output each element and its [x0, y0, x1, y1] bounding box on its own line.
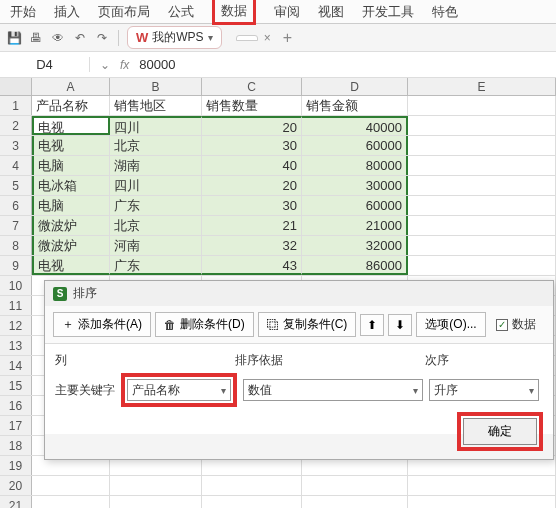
close-tab-icon[interactable]: × — [264, 31, 271, 45]
cell[interactable]: 电视 — [32, 256, 110, 275]
sort-basis-combo[interactable]: 数值 ▾ — [243, 379, 423, 401]
cell[interactable]: 四川 — [110, 116, 202, 135]
fx-icon[interactable]: fx — [120, 58, 129, 72]
cell[interactable] — [202, 476, 302, 495]
tab-special[interactable]: 特色 — [432, 3, 458, 21]
cell[interactable]: 30000 — [302, 176, 408, 195]
cell[interactable]: 北京 — [110, 136, 202, 155]
cell[interactable]: 32000 — [302, 236, 408, 255]
sort-column-combo[interactable]: 产品名称 ▾ — [127, 379, 231, 401]
formula-input[interactable]: 80000 — [139, 57, 175, 72]
cell[interactable]: 43 — [202, 256, 302, 275]
cell[interactable] — [408, 196, 556, 215]
col-header-d[interactable]: D — [302, 78, 408, 95]
cell[interactable]: 电脑 — [32, 196, 110, 215]
options-button[interactable]: 选项(O)... — [416, 312, 485, 337]
row-header[interactable]: 6 — [0, 196, 32, 215]
cell[interactable] — [408, 216, 556, 235]
cell[interactable] — [32, 476, 110, 495]
cell[interactable] — [408, 236, 556, 255]
preview-icon[interactable]: 👁 — [50, 30, 66, 46]
row-header[interactable]: 1 — [0, 96, 32, 115]
cell[interactable] — [302, 496, 408, 508]
cell[interactable]: 销售数量 — [202, 96, 302, 115]
cell[interactable]: 电脑 — [32, 156, 110, 175]
col-header-c[interactable]: C — [202, 78, 302, 95]
cell[interactable]: 电视 — [32, 116, 110, 135]
cell[interactable] — [110, 496, 202, 508]
cell[interactable]: 电冰箱 — [32, 176, 110, 195]
cell[interactable]: 湖南 — [110, 156, 202, 175]
cell[interactable]: 广东 — [110, 256, 202, 275]
col-header-e[interactable]: E — [408, 78, 556, 95]
cell[interactable] — [408, 476, 556, 495]
cell[interactable] — [302, 476, 408, 495]
row-header[interactable]: 3 — [0, 136, 32, 155]
row-header[interactable]: 12 — [0, 316, 32, 335]
cell[interactable] — [110, 476, 202, 495]
tab-view[interactable]: 视图 — [318, 3, 344, 21]
row-header[interactable]: 11 — [0, 296, 32, 315]
save-icon[interactable]: 💾 — [6, 30, 22, 46]
cell[interactable]: 河南 — [110, 236, 202, 255]
tab-layout[interactable]: 页面布局 — [98, 3, 150, 21]
col-header-a[interactable]: A — [32, 78, 110, 95]
row-header[interactable]: 16 — [0, 396, 32, 415]
cell[interactable]: 电视 — [32, 136, 110, 155]
cell[interactable] — [408, 256, 556, 275]
cell[interactable]: 销售金额 — [302, 96, 408, 115]
cell[interactable]: 30 — [202, 136, 302, 155]
cell[interactable]: 60000 — [302, 196, 408, 215]
cell[interactable] — [408, 176, 556, 195]
delete-condition-button[interactable]: 🗑删除条件(D) — [155, 312, 254, 337]
cell[interactable]: 北京 — [110, 216, 202, 235]
cell[interactable]: 20 — [202, 116, 302, 135]
undo-icon[interactable]: ↶ — [72, 30, 88, 46]
row-header[interactable]: 17 — [0, 416, 32, 435]
cell[interactable]: 32 — [202, 236, 302, 255]
row-header[interactable]: 5 — [0, 176, 32, 195]
tab-insert[interactable]: 插入 — [54, 3, 80, 21]
redo-icon[interactable]: ↷ — [94, 30, 110, 46]
cell[interactable]: 30 — [202, 196, 302, 215]
row-header[interactable]: 7 — [0, 216, 32, 235]
copy-condition-button[interactable]: ⿻复制条件(C) — [258, 312, 357, 337]
tab-review[interactable]: 审阅 — [274, 3, 300, 21]
document-tab[interactable] — [236, 35, 258, 41]
cell[interactable] — [32, 496, 110, 508]
col-header-b[interactable]: B — [110, 78, 202, 95]
cell[interactable]: 21 — [202, 216, 302, 235]
tab-data[interactable]: 数据 — [212, 0, 256, 25]
move-down-button[interactable]: ⬇ — [388, 314, 412, 336]
row-header[interactable]: 13 — [0, 336, 32, 355]
tab-formula[interactable]: 公式 — [168, 3, 194, 21]
cell[interactable] — [408, 496, 556, 508]
cell[interactable] — [202, 496, 302, 508]
row-header[interactable]: 21 — [0, 496, 32, 508]
row-header[interactable]: 8 — [0, 236, 32, 255]
add-condition-button[interactable]: ＋添加条件(A) — [53, 312, 151, 337]
row-header[interactable]: 9 — [0, 256, 32, 275]
row-header[interactable]: 19 — [0, 456, 32, 475]
row-header[interactable]: 4 — [0, 156, 32, 175]
select-all-corner[interactable] — [0, 78, 32, 95]
cell[interactable] — [408, 156, 556, 175]
row-header[interactable]: 10 — [0, 276, 32, 295]
row-header[interactable]: 20 — [0, 476, 32, 495]
cell[interactable] — [408, 136, 556, 155]
ok-button[interactable]: 确定 — [463, 418, 537, 445]
cell[interactable]: 86000 — [302, 256, 408, 275]
dialog-titlebar[interactable]: S 排序 — [45, 281, 553, 306]
cell[interactable]: 40000 — [302, 116, 408, 135]
cell[interactable]: 80000 — [302, 156, 408, 175]
name-box[interactable]: D4 — [0, 57, 90, 72]
wps-button[interactable]: W 我的WPS ▾ — [127, 26, 222, 49]
cell[interactable]: 销售地区 — [110, 96, 202, 115]
new-tab-icon[interactable]: + — [283, 29, 292, 47]
cell[interactable]: 产品名称 — [32, 96, 110, 115]
print-icon[interactable]: 🖶 — [28, 30, 44, 46]
header-checkbox[interactable]: ✓ 数据 — [496, 316, 536, 333]
cell[interactable]: 20 — [202, 176, 302, 195]
cell[interactable]: 四川 — [110, 176, 202, 195]
cell[interactable] — [408, 96, 556, 115]
